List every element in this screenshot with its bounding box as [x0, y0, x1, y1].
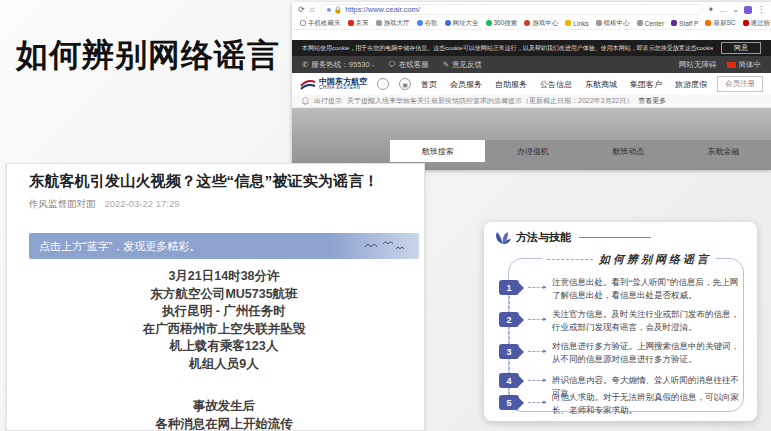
cookie-text: 本网站使用cookie，用于在您的电脑中储存信息。这些cookie可以使网站正常…: [302, 44, 713, 53]
bookmark-favicon: [705, 20, 711, 26]
more-icon[interactable]: …: [719, 5, 727, 14]
article-source: 作风监督面对面: [29, 198, 96, 211]
nav-home[interactable]: 首页: [421, 79, 437, 90]
follow-banner[interactable]: 点击上方“蓝字”，发现更多精彩。: [29, 233, 419, 259]
birds-decoration-icon: [329, 233, 419, 259]
nav-vacation[interactable]: 旅游度假: [675, 79, 707, 90]
feedback-link[interactable]: ✎意见反馈: [443, 60, 482, 70]
tab-checkin[interactable]: 办理值机: [485, 140, 580, 162]
tip-number-badge: 3: [499, 344, 519, 359]
phone-icon: ✆: [302, 60, 308, 69]
extension-icon[interactable]: [744, 6, 752, 14]
bookmark-item[interactable]: Center: [637, 20, 665, 27]
bookmark-favicon: [417, 20, 423, 26]
tab-flight-status[interactable]: 航班动态: [581, 140, 676, 162]
url-text[interactable]: https://www.ceair.com/: [345, 5, 420, 14]
tip-number-badge: 4: [499, 373, 519, 388]
browser-window: ⟳ ⌂ 🔒 https://www.ceair.com/ ✦ … ⌄ ⋮ 手机收…: [292, 2, 771, 170]
tip-number-badge: 5: [499, 395, 519, 410]
article-paragraph: 事故发生后 各种消息在网上开始流传 其中很多被证实为谣言: [29, 398, 419, 431]
nav-mall[interactable]: 东航商城: [585, 79, 617, 90]
language-switch[interactable]: 简体中: [727, 60, 762, 70]
kebab-menu-icon[interactable]: ⋮: [757, 5, 765, 14]
tip-text: 注意信息出处。看到“耸人听闻”的信息后，先上网了解信息出处，看信息出处是否权威。: [552, 276, 742, 301]
article-card: 东航客机引发山火视频？这些“信息”被证实为谣言！ 作风监督面对面 2022-03…: [6, 163, 425, 431]
notice-more-link[interactable]: 查看更多: [638, 96, 666, 106]
arrow-icon: ▸: [543, 376, 547, 384]
article-datetime: 2022-03-22 17:29: [105, 198, 180, 211]
main-nav: 首页 会员服务 自助服务 公告信息 东航商城 集团客户 旅游度假: [421, 79, 707, 90]
bookmark-favicon: [300, 20, 306, 26]
lock-icon: 🔒: [334, 6, 343, 14]
bookmark-item[interactable]: 游戏中心: [524, 19, 558, 28]
swallow-icon: [300, 78, 316, 90]
tip-connector: [528, 402, 544, 403]
reload-icon[interactable]: ⟳: [298, 5, 305, 14]
plus-icon[interactable]: ✦: [708, 5, 715, 14]
cookie-consent-bar: 本网站使用cookie，用于在您的电脑中储存信息。这些cookie可以使网站正常…: [292, 40, 771, 56]
tab-flight-search[interactable]: 航班搜索: [390, 140, 485, 162]
arrow-icon: ▸: [543, 315, 547, 323]
browser-toolbar: ⟳ ⌂ 🔒 https://www.ceair.com/ ✦ … ⌄ ⋮: [292, 2, 771, 17]
nav-member-services[interactable]: 会员服务: [450, 79, 482, 90]
hotline[interactable]: ✆服务热线：95530 -: [302, 60, 374, 70]
notice-label: 出行提示: [314, 96, 342, 106]
bookmark-item[interactable]: 通过验证: [743, 19, 771, 28]
bookmark-favicon: [743, 20, 749, 26]
bookmark-favicon: [565, 20, 571, 26]
tip-connector: [528, 380, 544, 381]
edit-icon: ✎: [443, 60, 449, 69]
cookie-agree-button[interactable]: 同意: [721, 42, 761, 54]
address-bar[interactable]: 🔒 https://www.ceair.com/: [320, 4, 703, 15]
bookmark-item[interactable]: 最新SC: [705, 19, 735, 28]
dashed-rule: [547, 259, 593, 260]
booking-tabs: 航班搜索 办理值机 航班动态 东航金融: [390, 140, 771, 162]
tip-text: 关注官方信息。及时关注行业或部门发布的信息，行业或部门发现有谣言，会及时澄清。: [552, 308, 742, 333]
tip-connector: [528, 351, 544, 352]
tip-connector: [528, 287, 544, 288]
member-register-button[interactable]: 会员注册: [717, 76, 763, 92]
bookmark-item[interactable]: Staff P: [671, 20, 698, 27]
banner-text: 点击上方“蓝字”，发现更多精彩。: [39, 239, 200, 254]
tip-number-badge: 2: [499, 312, 519, 327]
bookmark-favicon: [671, 20, 677, 26]
page-top-whitespace: [292, 30, 771, 40]
bookmark-item[interactable]: 360搜索: [486, 19, 518, 28]
bookmark-item[interactable]: 京东: [348, 19, 369, 28]
arrow-icon: ▸: [543, 283, 547, 291]
bookmark-item[interactable]: 模板中心: [596, 19, 630, 28]
service-bar: ✆服务热线：95530 - 🗩在线客服 ✎意见反馈 网站无障碍 简体中: [292, 56, 771, 73]
chevron-down-icon[interactable]: ⌄: [732, 5, 739, 14]
accessibility-link[interactable]: 网站无障碍: [679, 60, 717, 70]
arrow-icon: ▸: [543, 347, 547, 355]
notice-text: 关于提醒入境来华旅客关注最新疫情防控要求的温馨提示（更新截止日期：2022年3月…: [347, 96, 633, 106]
hero-banner: 航班搜索 办理值机 航班动态 东航金融: [292, 108, 771, 170]
bookmark-item[interactable]: 游戏大厅: [376, 19, 410, 28]
china-eastern-logo[interactable]: 中国东方航空 CHINA EASTERN: [300, 78, 367, 91]
tip-number-badge: 1: [499, 280, 519, 295]
article-paragraph: 3月21日14时38分许 东方航空公司MU5735航班 执行昆明 - 广州任务时…: [29, 268, 419, 373]
online-service-link[interactable]: 🗩在线客服: [388, 60, 429, 70]
bookmark-favicon: [348, 20, 354, 26]
bookmark-favicon: [524, 20, 530, 26]
arrow-icon: ▸: [543, 398, 547, 406]
skyteam-badge-icon: ◌: [377, 78, 389, 90]
nav-self-services[interactable]: 自助服务: [495, 79, 527, 90]
tab-finance[interactable]: 东航金融: [676, 140, 771, 162]
home-icon[interactable]: ⌂: [310, 5, 315, 14]
anniversary-badge-icon: ▣: [399, 78, 411, 90]
textbook-card: 方法与技能 如何辨别网络谣言 1 ▸ 注意信息出处。看到“耸人听闻”的信息后，先…: [484, 222, 757, 421]
textbook-header: 方法与技能: [494, 230, 651, 245]
bookmark-item[interactable]: 谷歌: [417, 19, 438, 28]
bookmark-item[interactable]: 网址大全: [445, 19, 479, 28]
bookmark-item[interactable]: Links: [565, 20, 588, 27]
textbook-header-label: 方法与技能: [516, 230, 571, 245]
tip-text: 向他人求助。对于无法辨别真假的信息，可以向家长、老师和专家求助。: [552, 391, 742, 416]
article-byline: 作风监督面对面 2022-03-22 17:29: [29, 198, 424, 211]
tips-title: 如何辨别网络谣言: [542, 252, 716, 267]
nav-announcements[interactable]: 公告信息: [540, 79, 572, 90]
site-header: 中国东方航空 CHINA EASTERN ◌ ▣ 首页 会员服务 自助服务 公告…: [292, 73, 771, 95]
tab-favicon: [327, 8, 331, 12]
bookmark-item[interactable]: 手机收藏夹: [300, 19, 341, 28]
nav-group-customers[interactable]: 集团客户: [630, 79, 662, 90]
